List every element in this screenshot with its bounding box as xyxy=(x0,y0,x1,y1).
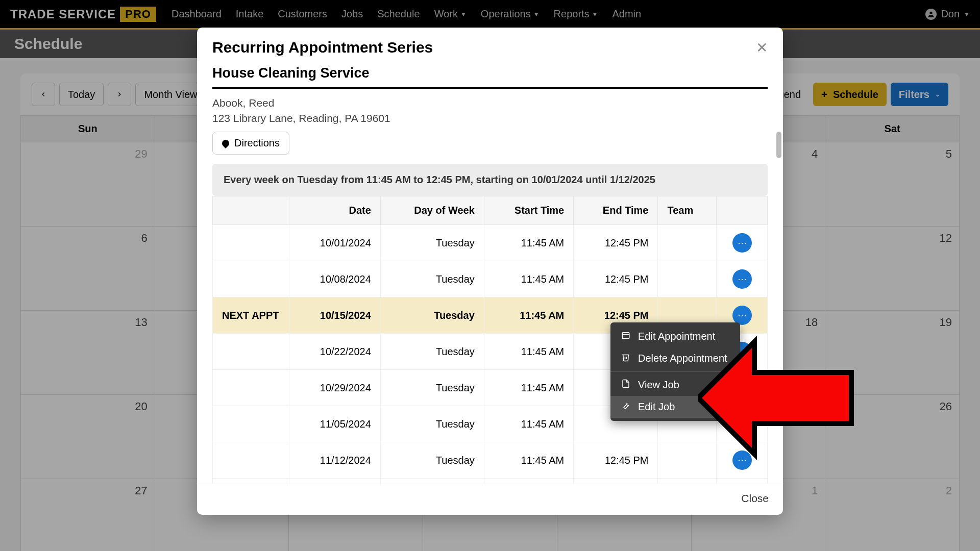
menu-view-job[interactable]: View Job xyxy=(610,374,740,396)
table-row: 11/19/2024 Tuesday 11:45 AM 12:45 PM ⋯ xyxy=(213,479,768,484)
calendar-icon xyxy=(621,331,631,342)
scrollbar-thumb[interactable] xyxy=(776,132,781,158)
document-icon xyxy=(621,379,631,391)
row-date: 11/19/2024 xyxy=(289,479,381,484)
svg-rect-1 xyxy=(622,333,629,339)
row-date: 11/12/2024 xyxy=(289,442,381,479)
series-title: House Cleaning Service xyxy=(212,65,768,89)
table-row: 10/01/2024 Tuesday 11:45 AM 12:45 PM ⋯ xyxy=(213,225,768,261)
col-date: Date xyxy=(289,196,381,225)
modal-close-button[interactable]: ✕ xyxy=(756,39,768,56)
row-date: 10/22/2024 xyxy=(289,334,381,370)
row-dow: Tuesday xyxy=(380,406,484,442)
row-dow: Tuesday xyxy=(380,334,484,370)
close-button[interactable]: Close xyxy=(741,492,769,505)
row-start: 11:45 AM xyxy=(484,225,573,261)
col-start: Start Time xyxy=(484,196,573,225)
row-label xyxy=(213,225,289,261)
row-team xyxy=(658,225,717,261)
row-end: 12:45 PM xyxy=(574,479,658,484)
row-label xyxy=(213,442,289,479)
menu-edit-job[interactable]: Edit Job xyxy=(610,396,740,418)
row-start: 11:45 AM xyxy=(484,479,573,484)
row-menu-button[interactable]: ⋯ xyxy=(732,269,752,289)
col-actions xyxy=(717,196,768,225)
row-end: 12:45 PM xyxy=(574,225,658,261)
row-label xyxy=(213,261,289,297)
map-pin-icon xyxy=(220,138,231,148)
row-dow: Tuesday xyxy=(380,442,484,479)
table-row: 11/12/2024 Tuesday 11:45 AM 12:45 PM ⋯ xyxy=(213,442,768,479)
directions-button[interactable]: Directions xyxy=(212,132,289,155)
row-date: 10/01/2024 xyxy=(289,225,381,261)
customer-name: Abook, Reed xyxy=(212,97,768,109)
row-date: 10/15/2024 xyxy=(289,297,381,334)
row-label xyxy=(213,406,289,442)
row-dow: Tuesday xyxy=(380,225,484,261)
col-blank xyxy=(213,196,289,225)
row-dow: Tuesday xyxy=(380,370,484,406)
row-end: 12:45 PM xyxy=(574,261,658,297)
row-end: 12:45 PM xyxy=(574,442,658,479)
row-start: 11:45 AM xyxy=(484,334,573,370)
recurring-appointment-modal: Recurring Appointment Series ✕ House Cle… xyxy=(197,28,783,515)
table-row: 10/08/2024 Tuesday 11:45 AM 12:45 PM ⋯ xyxy=(213,261,768,297)
row-start: 11:45 AM xyxy=(484,442,573,479)
row-team xyxy=(658,261,717,297)
row-team xyxy=(658,442,717,479)
row-label xyxy=(213,334,289,370)
recurrence-description: Every week on Tuesday from 11:45 AM to 1… xyxy=(212,164,768,196)
row-label: NEXT APPT xyxy=(213,297,289,334)
row-start: 11:45 AM xyxy=(484,406,573,442)
row-label xyxy=(213,370,289,406)
wrench-icon xyxy=(621,401,631,413)
col-end: End Time xyxy=(574,196,658,225)
row-team xyxy=(658,479,717,484)
row-date: 10/08/2024 xyxy=(289,261,381,297)
row-start: 11:45 AM xyxy=(484,261,573,297)
row-menu-button[interactable]: ⋯ xyxy=(732,233,752,253)
row-context-menu: Edit Appointment Delete Appointment View… xyxy=(610,322,740,421)
col-dow: Day of Week xyxy=(380,196,484,225)
menu-divider xyxy=(610,371,740,372)
modal-title: Recurring Appointment Series xyxy=(212,39,433,56)
row-dow: Tuesday xyxy=(380,261,484,297)
col-team: Team xyxy=(658,196,717,225)
menu-edit-appointment[interactable]: Edit Appointment xyxy=(610,325,740,347)
row-start: 11:45 AM xyxy=(484,297,573,334)
row-start: 11:45 AM xyxy=(484,370,573,406)
customer-address: 123 Library Lane, Reading, PA 19601 xyxy=(212,112,768,124)
menu-delete-appointment[interactable]: Delete Appointment xyxy=(610,347,740,369)
row-date: 10/29/2024 xyxy=(289,370,381,406)
row-label xyxy=(213,479,289,484)
row-dow: Tuesday xyxy=(380,479,484,484)
row-dow: Tuesday xyxy=(380,297,484,334)
row-menu-button[interactable]: ⋯ xyxy=(732,450,752,470)
row-date: 11/05/2024 xyxy=(289,406,381,442)
trash-icon xyxy=(621,353,631,364)
